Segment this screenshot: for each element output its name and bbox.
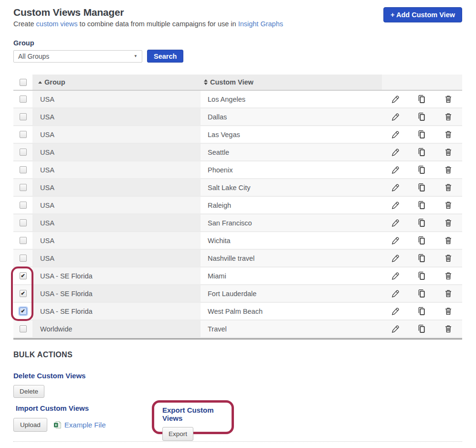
search-button[interactable]: Search xyxy=(147,50,183,63)
trash-icon[interactable] xyxy=(444,112,453,121)
add-custom-view-button[interactable]: + Add Custom View xyxy=(383,7,462,22)
edit-pencil-icon[interactable] xyxy=(391,183,400,192)
copy-icon[interactable] xyxy=(417,271,426,280)
edit-pencil-icon[interactable] xyxy=(391,307,400,316)
table-body: USA Los Angeles xyxy=(13,91,462,340)
trash-icon[interactable] xyxy=(444,130,453,139)
row-checkbox[interactable] xyxy=(20,219,27,226)
excel-file-icon[interactable] xyxy=(53,421,62,429)
group-cell: USA xyxy=(32,250,201,267)
trash-icon[interactable] xyxy=(444,218,453,227)
trash-icon[interactable] xyxy=(444,289,453,298)
row-checkbox[interactable] xyxy=(20,237,27,244)
edit-pencil-icon[interactable] xyxy=(391,236,400,245)
copy-icon[interactable] xyxy=(417,183,426,192)
trash-icon[interactable] xyxy=(444,236,453,245)
group-cell: USA xyxy=(32,179,201,196)
copy-icon[interactable] xyxy=(417,324,426,333)
trash-icon[interactable] xyxy=(444,95,453,104)
delete-action-cell xyxy=(434,320,462,337)
edit-pencil-icon[interactable] xyxy=(391,289,400,299)
row-checkbox-cell xyxy=(13,320,32,337)
row-checkbox[interactable] xyxy=(20,272,27,279)
upload-button[interactable]: Upload xyxy=(13,418,47,432)
edit-pencil-icon[interactable] xyxy=(391,254,400,263)
copy-icon[interactable] xyxy=(417,130,426,139)
row-checkbox[interactable] xyxy=(20,131,27,138)
row-checkbox[interactable] xyxy=(20,96,27,103)
row-checkbox[interactable] xyxy=(20,255,27,262)
import-section: Import Custom Views Upload Example File xyxy=(13,400,152,432)
edit-pencil-icon[interactable] xyxy=(391,201,400,210)
export-section-heading: Export Custom Views xyxy=(162,406,232,422)
copy-icon[interactable] xyxy=(417,201,426,210)
custom-view-cell: Phoenix xyxy=(201,161,382,178)
trash-icon[interactable] xyxy=(444,165,453,174)
row-checkbox[interactable] xyxy=(20,113,27,120)
edit-pencil-icon[interactable] xyxy=(391,95,400,104)
group-cell: USA - SE Florida xyxy=(32,303,201,320)
edit-pencil-icon[interactable] xyxy=(391,165,400,175)
row-checkbox[interactable] xyxy=(20,184,27,191)
row-checkbox[interactable] xyxy=(20,308,27,315)
custom-view-column-header[interactable]: Custom View xyxy=(201,75,382,90)
row-checkbox[interactable] xyxy=(20,202,27,209)
insight-graphs-link[interactable]: Insight Graphs xyxy=(238,20,283,28)
trash-icon[interactable] xyxy=(444,201,453,210)
page-subtitle: Create custom views to combine data from… xyxy=(13,20,283,28)
copy-action-cell xyxy=(408,214,434,231)
example-file-link[interactable]: Example File xyxy=(64,421,106,429)
trash-icon[interactable] xyxy=(444,307,453,316)
copy-icon[interactable] xyxy=(417,165,426,174)
edit-pencil-icon[interactable] xyxy=(391,130,400,139)
group-select[interactable]: All Groups ▼ xyxy=(13,50,142,63)
row-checkbox[interactable] xyxy=(20,290,27,297)
row-checkbox-cell xyxy=(13,126,32,143)
trash-icon[interactable] xyxy=(444,324,453,333)
edit-pencil-icon[interactable] xyxy=(391,271,400,281)
row-checkbox[interactable] xyxy=(20,149,27,156)
custom-views-link[interactable]: custom views xyxy=(36,20,78,28)
table-row: USA Raleigh xyxy=(13,197,462,214)
custom-view-column-label: Custom View xyxy=(210,78,254,86)
delete-button[interactable]: Delete xyxy=(13,385,44,398)
group-cell: USA xyxy=(32,91,201,107)
copy-icon[interactable] xyxy=(417,148,426,157)
group-cell: USA - SE Florida xyxy=(32,285,201,302)
copy-icon[interactable] xyxy=(417,307,426,316)
copy-icon[interactable] xyxy=(417,95,426,104)
table-row: USA - SE Florida Fort Lauderdale xyxy=(13,285,462,303)
table-row: USA - SE Florida West Palm Beach xyxy=(13,303,462,320)
edit-pencil-icon[interactable] xyxy=(391,148,400,157)
custom-view-cell: Wichita xyxy=(201,232,382,249)
edit-pencil-icon[interactable] xyxy=(391,218,400,228)
copy-icon[interactable] xyxy=(417,218,426,227)
subtitle-text: to combine data from multiple campaigns … xyxy=(78,20,238,28)
copy-icon[interactable] xyxy=(417,112,426,121)
page-title: Custom Views Manager xyxy=(13,7,283,18)
edit-pencil-icon[interactable] xyxy=(391,324,400,334)
trash-icon[interactable] xyxy=(444,271,453,280)
select-all-checkbox[interactable] xyxy=(20,79,27,86)
edit-pencil-icon[interactable] xyxy=(391,112,400,122)
group-filter: Group All Groups ▼ Search xyxy=(13,39,462,63)
delete-action-cell xyxy=(434,285,462,302)
copy-icon[interactable] xyxy=(417,236,426,245)
copy-icon[interactable] xyxy=(417,289,426,298)
export-button[interactable]: Export xyxy=(162,427,193,441)
row-checkbox[interactable] xyxy=(20,325,27,332)
bulk-actions-title: BULK ACTIONS xyxy=(13,351,462,359)
delete-action-cell xyxy=(434,267,462,284)
copy-action-cell xyxy=(408,250,434,267)
trash-icon[interactable] xyxy=(444,254,453,263)
page-header: Custom Views Manager Create custom views… xyxy=(13,7,462,28)
copy-action-cell xyxy=(408,91,434,107)
table-row: USA Dallas xyxy=(13,108,462,126)
page-header-text: Custom Views Manager Create custom views… xyxy=(13,7,283,28)
row-checkbox[interactable] xyxy=(20,166,27,173)
table-row: USA Las Vegas xyxy=(13,126,462,144)
group-column-header[interactable]: Group xyxy=(32,75,201,90)
copy-icon[interactable] xyxy=(417,254,426,263)
trash-icon[interactable] xyxy=(444,183,453,192)
trash-icon[interactable] xyxy=(444,148,453,157)
